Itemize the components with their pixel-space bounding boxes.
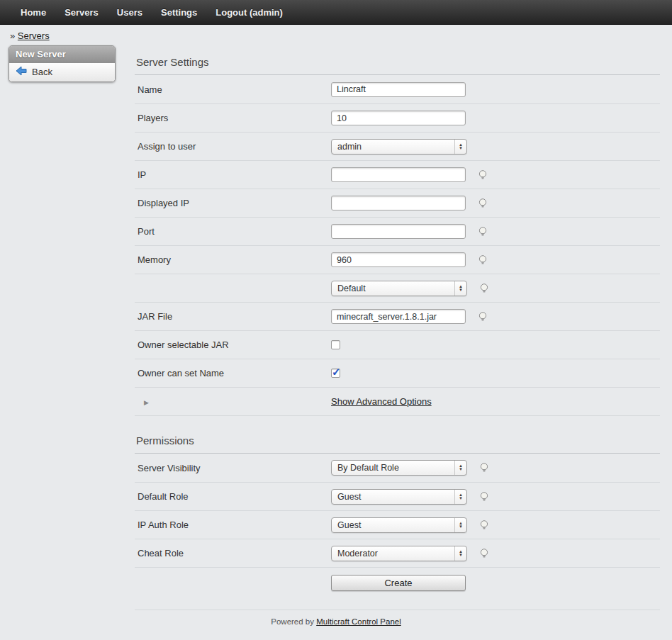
row-port: Port	[135, 217, 660, 245]
row-players: Players	[135, 103, 660, 132]
breadcrumb-prefix: »	[10, 30, 15, 41]
select-value: Default	[337, 283, 366, 293]
row-displayed-ip: Displayed IP	[135, 189, 660, 217]
row-owner-selectable-jar: Owner selectable JAR	[135, 330, 660, 359]
name-input[interactable]	[331, 82, 466, 97]
field-label: Name	[135, 84, 331, 95]
row-assign-to-user: Assign to user admin ▲▼	[135, 132, 660, 160]
select-arrows-icon: ▲▼	[454, 518, 466, 532]
select-value: Guest	[337, 492, 361, 502]
row-advanced-options: ▶ Show Advanced Options	[135, 387, 660, 415]
row-ip-auth-role: IP Auth Role Guest ▲▼	[135, 510, 660, 539]
back-arrow-icon	[16, 66, 27, 78]
players-input[interactable]	[331, 111, 466, 125]
field-label: IP	[135, 169, 331, 180]
nav-item-home[interactable]: Home	[11, 7, 55, 18]
field-label: Displayed IP	[135, 198, 331, 208]
ip-auth-role-select[interactable]: Guest ▲▼	[331, 517, 467, 533]
row-memory-preset: Default ▲▼	[135, 274, 660, 302]
select-arrows-icon: ▲▼	[454, 140, 466, 154]
select-arrows-icon: ▲▼	[454, 281, 466, 296]
field-label: Owner can set Name	[135, 368, 331, 378]
top-nav: Home Servers Users Settings Logout (admi…	[0, 0, 672, 25]
main-content: Server Settings Name Players Assign to u…	[135, 41, 660, 610]
jar-file-input[interactable]	[331, 309, 466, 324]
help-bulb-icon[interactable]	[478, 548, 490, 559]
section-title-permissions: Permissions	[135, 416, 660, 454]
back-button[interactable]: Back	[9, 63, 115, 82]
help-bulb-icon[interactable]	[477, 311, 488, 322]
breadcrumb: » Servers	[0, 25, 672, 41]
field-label: Default Role	[135, 491, 331, 502]
help-bulb-icon[interactable]	[477, 169, 488, 181]
show-advanced-options-link[interactable]: Show Advanced Options	[331, 396, 432, 407]
field-label: Assign to user	[135, 141, 331, 152]
assign-to-user-select[interactable]: admin ▲▼	[331, 139, 467, 155]
select-arrows-icon: ▲▼	[454, 546, 466, 561]
cheat-role-select[interactable]: Moderator ▲▼	[331, 546, 467, 561]
select-value: Moderator	[337, 549, 378, 558]
help-bulb-icon[interactable]	[478, 491, 490, 503]
footer-link-multicraft[interactable]: Multicraft Control Panel	[316, 617, 401, 626]
select-arrows-icon: ▲▼	[454, 461, 466, 475]
ip-input[interactable]	[331, 167, 466, 182]
help-bulb-icon[interactable]	[478, 283, 490, 294]
owner-selectable-jar-checkbox[interactable]	[331, 340, 340, 349]
server-visibility-select[interactable]: By Default Role ▲▼	[331, 460, 467, 476]
field-label: Players	[135, 113, 331, 123]
nav-item-servers[interactable]: Servers	[55, 7, 108, 18]
sidebar-title: New Server	[9, 46, 115, 63]
create-button[interactable]: Create	[331, 575, 466, 591]
section-title-server-settings: Server Settings	[135, 41, 660, 75]
displayed-ip-input[interactable]	[331, 196, 466, 210]
advanced-disclosure: ▶	[135, 396, 331, 407]
memory-input[interactable]	[331, 252, 466, 267]
field-label: Port	[135, 226, 331, 237]
help-bulb-icon[interactable]	[477, 226, 488, 237]
field-label: Memory	[135, 254, 331, 265]
select-arrows-icon: ▲▼	[454, 490, 466, 504]
select-value: Guest	[337, 520, 361, 530]
default-role-select[interactable]: Guest ▲▼	[331, 489, 467, 505]
footer-text: Powered by	[271, 617, 314, 626]
sidebar: New Server Back	[9, 45, 116, 82]
footer: Powered by Multicraft Control Panel	[0, 610, 672, 626]
field-label: Server Visibility	[135, 463, 331, 473]
help-bulb-icon[interactable]	[477, 198, 488, 209]
row-owner-can-set-name: Owner can set Name	[135, 359, 660, 387]
owner-can-set-name-checkbox[interactable]	[331, 369, 340, 378]
row-server-visibility: Server Visibility By Default Role ▲▼	[135, 454, 660, 482]
select-value: admin	[337, 142, 362, 152]
row-ip: IP	[135, 160, 660, 189]
field-label: Owner selectable JAR	[135, 339, 331, 350]
disclosure-triangle-icon[interactable]: ▶	[138, 399, 149, 406]
field-label: JAR File	[135, 311, 331, 322]
permissions-rows: Server Visibility By Default Role ▲▼ Def…	[135, 454, 660, 568]
nav-item-users[interactable]: Users	[108, 7, 152, 18]
nav-item-settings[interactable]: Settings	[152, 7, 206, 18]
nav-item-logout[interactable]: Logout (admin)	[206, 7, 292, 18]
field-label: Cheat Role	[135, 548, 331, 558]
create-row: Create	[135, 568, 660, 600]
help-bulb-icon[interactable]	[478, 462, 490, 473]
server-settings-rows: Name Players Assign to user admin ▲▼ IP	[135, 75, 660, 416]
row-jar-file: JAR File	[135, 302, 660, 330]
port-input[interactable]	[331, 224, 466, 239]
row-default-role: Default Role Guest ▲▼	[135, 482, 660, 510]
field-label: IP Auth Role	[135, 520, 331, 530]
row-cheat-role: Cheat Role Moderator ▲▼	[135, 539, 660, 567]
back-label: Back	[32, 67, 52, 77]
row-name: Name	[135, 75, 660, 103]
select-value: By Default Role	[337, 463, 399, 473]
help-bulb-icon[interactable]	[478, 520, 490, 531]
breadcrumb-link-servers[interactable]: Servers	[18, 30, 50, 41]
row-memory: Memory	[135, 245, 660, 274]
memory-preset-select[interactable]: Default ▲▼	[331, 281, 467, 296]
help-bulb-icon[interactable]	[477, 254, 488, 266]
